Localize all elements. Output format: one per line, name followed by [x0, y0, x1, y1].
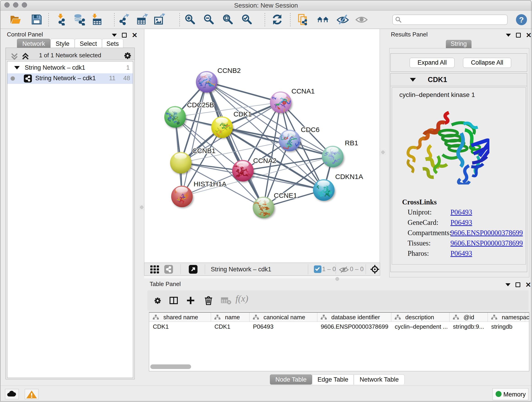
svg-text:CDKN1A: CDKN1A: [335, 173, 363, 180]
svg-text:CDC25B: CDC25B: [187, 101, 214, 109]
svg-text:CCNB1: CCNB1: [192, 147, 215, 154]
svg-text:CCNA1: CCNA1: [291, 87, 315, 95]
svg-text:HIST1H1A: HIST1H1A: [194, 180, 226, 188]
svg-text:CCNB2: CCNB2: [217, 67, 241, 74]
svg-text:CDK1: CDK1: [234, 110, 252, 118]
svg-text:CCNE1: CCNE1: [274, 191, 297, 199]
svg-text:RB1: RB1: [345, 139, 358, 147]
svg-text:CDC6: CDC6: [301, 126, 320, 133]
svg-text:CCNA2: CCNA2: [253, 157, 277, 164]
